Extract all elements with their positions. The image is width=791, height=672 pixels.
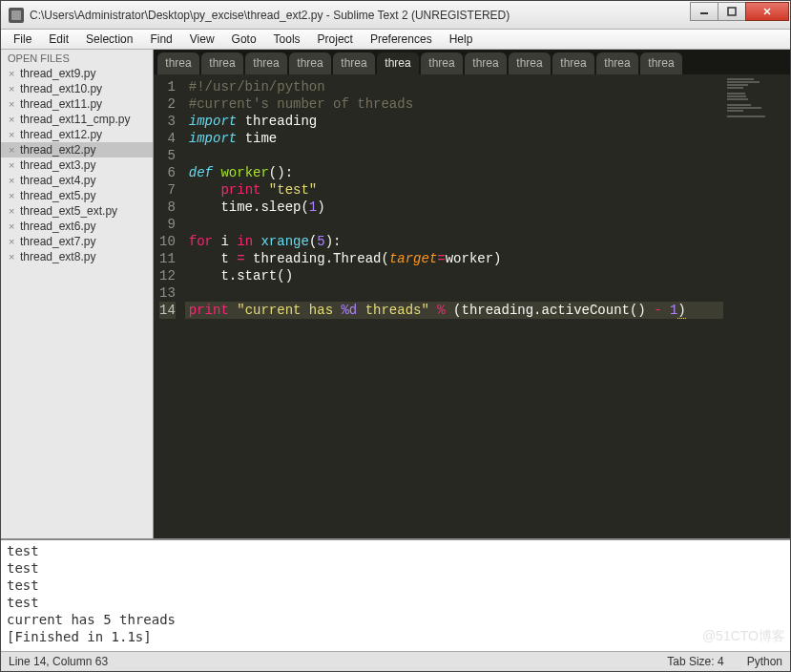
titlebar[interactable]: C:\Users\Administrator\Desktop\py_excise… xyxy=(1,1,790,30)
console-line: [Finished in 1.1s] xyxy=(7,628,784,645)
line-number[interactable]: 14 xyxy=(159,302,176,319)
code-line[interactable]: print "current has %d threads" % (thread… xyxy=(185,302,723,319)
line-number[interactable]: 9 xyxy=(159,216,176,233)
menu-selection[interactable]: Selection xyxy=(77,31,141,48)
file-name-label: thread_ext10.py xyxy=(20,82,102,95)
editor-tab[interactable]: threa xyxy=(465,52,507,74)
code-line[interactable]: t.start() xyxy=(185,267,723,284)
app-icon xyxy=(9,8,24,23)
menu-preferences[interactable]: Preferences xyxy=(362,31,441,48)
minimize-button[interactable] xyxy=(690,2,718,21)
code-line[interactable]: import time xyxy=(185,130,723,147)
status-language[interactable]: Python xyxy=(747,655,782,668)
menu-find[interactable]: Find xyxy=(141,31,180,48)
line-number[interactable]: 10 xyxy=(159,233,176,250)
open-file-item[interactable]: ×thread_ext12.py xyxy=(1,127,153,142)
editor-tab[interactable]: threa xyxy=(552,52,594,74)
editor-tab[interactable]: threa xyxy=(640,52,682,74)
line-number[interactable]: 6 xyxy=(159,164,176,181)
close-file-icon[interactable]: × xyxy=(9,236,20,247)
line-number[interactable]: 11 xyxy=(159,250,176,267)
editor-tab[interactable]: threa xyxy=(377,52,419,74)
code-line[interactable]: for i in xrange(5): xyxy=(185,233,723,250)
open-file-item[interactable]: ×thread_ext5_ext.py xyxy=(1,203,153,219)
code-line[interactable]: t = threading.Thread(target=worker) xyxy=(185,250,723,267)
line-number[interactable]: 1 xyxy=(159,78,176,95)
console-line: test xyxy=(7,542,784,559)
open-file-item[interactable]: ×thread_ext4.py xyxy=(1,173,153,188)
open-file-item[interactable]: ×thread_ext9.py xyxy=(1,66,153,81)
open-file-item[interactable]: ×thread_ext7.py xyxy=(1,234,153,249)
close-file-icon[interactable]: × xyxy=(9,205,20,217)
code-line[interactable]: #!/usr/bin/python xyxy=(185,78,723,95)
line-number[interactable]: 12 xyxy=(159,267,176,284)
minimap[interactable] xyxy=(723,74,790,538)
code-line[interactable]: time.sleep(1) xyxy=(185,199,723,216)
close-file-icon[interactable]: × xyxy=(9,83,20,94)
open-file-item[interactable]: ×thread_ext2.py xyxy=(1,142,153,158)
status-position[interactable]: Line 14, Column 63 xyxy=(9,655,667,668)
close-file-icon[interactable]: × xyxy=(9,175,20,186)
open-file-item[interactable]: ×thread_ext8.py xyxy=(1,249,153,264)
editor-tab[interactable]: threa xyxy=(333,52,375,74)
open-file-item[interactable]: ×thread_ext5.py xyxy=(1,188,153,203)
console-line: current has 5 threads xyxy=(7,611,784,628)
menu-edit[interactable]: Edit xyxy=(40,31,77,48)
menu-project[interactable]: Project xyxy=(309,31,362,48)
statusbar: Line 14, Column 63 Tab Size: 4 Python @5… xyxy=(1,651,790,671)
code-line[interactable] xyxy=(185,147,723,164)
line-number[interactable]: 7 xyxy=(159,181,176,199)
file-name-label: thread_ext8.py xyxy=(20,250,95,263)
status-tab-size[interactable]: Tab Size: 4 xyxy=(667,655,723,668)
open-file-item[interactable]: ×thread_ext11_cmp.py xyxy=(1,112,153,127)
close-button[interactable] xyxy=(745,2,789,21)
sidebar: OPEN FILES ×thread_ext9.py×thread_ext10.… xyxy=(1,50,154,538)
open-file-item[interactable]: ×thread_ext6.py xyxy=(1,219,153,234)
menu-view[interactable]: View xyxy=(181,31,223,48)
open-files-list: ×thread_ext9.py×thread_ext10.py×thread_e… xyxy=(1,66,153,264)
open-file-item[interactable]: ×thread_ext10.py xyxy=(1,81,153,96)
close-file-icon[interactable]: × xyxy=(9,220,20,232)
code-line[interactable]: print "test" xyxy=(185,181,723,199)
line-number[interactable]: 4 xyxy=(159,130,176,147)
editor-tab[interactable]: threa xyxy=(289,52,331,74)
code-line[interactable] xyxy=(185,216,723,233)
close-file-icon[interactable]: × xyxy=(9,190,20,201)
line-number[interactable]: 13 xyxy=(159,284,176,302)
line-number[interactable]: 8 xyxy=(159,199,176,216)
menu-tools[interactable]: Tools xyxy=(265,31,309,48)
code-line[interactable]: #current's number of threads xyxy=(185,95,723,113)
close-file-icon[interactable]: × xyxy=(9,98,20,110)
line-number[interactable]: 5 xyxy=(159,147,176,164)
editor-tab[interactable]: threa xyxy=(157,52,199,74)
editor-tab[interactable]: threa xyxy=(245,52,287,74)
close-file-icon[interactable]: × xyxy=(9,144,20,156)
editor-tab[interactable]: threa xyxy=(421,52,463,74)
open-file-item[interactable]: ×thread_ext11.py xyxy=(1,96,153,112)
code-line[interactable] xyxy=(185,284,723,302)
line-number[interactable]: 2 xyxy=(159,95,176,113)
line-number[interactable]: 3 xyxy=(159,113,176,130)
code-line[interactable]: def worker(): xyxy=(185,164,723,181)
build-output-panel[interactable]: testtesttesttestcurrent has 5 threads[Fi… xyxy=(1,538,790,651)
file-name-label: thread_ext11.py xyxy=(20,97,102,111)
close-file-icon[interactable]: × xyxy=(9,129,20,140)
editor-tab[interactable]: threa xyxy=(509,52,551,74)
close-file-icon[interactable]: × xyxy=(9,159,20,171)
tabbar: threathreathreathreathreathreathreathrea… xyxy=(154,50,790,74)
menu-file[interactable]: File xyxy=(5,31,40,48)
code-line[interactable]: import threading xyxy=(185,113,723,130)
editor-tab[interactable]: threa xyxy=(596,52,638,74)
editor-tab[interactable]: threa xyxy=(201,52,243,74)
code-area[interactable]: #!/usr/bin/python#current's number of th… xyxy=(185,74,723,538)
menu-help[interactable]: Help xyxy=(441,31,482,48)
gutter: 1234567891011121314 xyxy=(154,74,185,538)
maximize-button[interactable] xyxy=(718,2,745,21)
menu-goto[interactable]: Goto xyxy=(223,31,265,48)
open-file-item[interactable]: ×thread_ext3.py xyxy=(1,158,153,173)
close-file-icon[interactable]: × xyxy=(9,114,20,125)
file-name-label: thread_ext9.py xyxy=(20,67,95,80)
close-file-icon[interactable]: × xyxy=(9,251,20,262)
console-line: test xyxy=(7,559,784,577)
close-file-icon[interactable]: × xyxy=(9,68,20,79)
